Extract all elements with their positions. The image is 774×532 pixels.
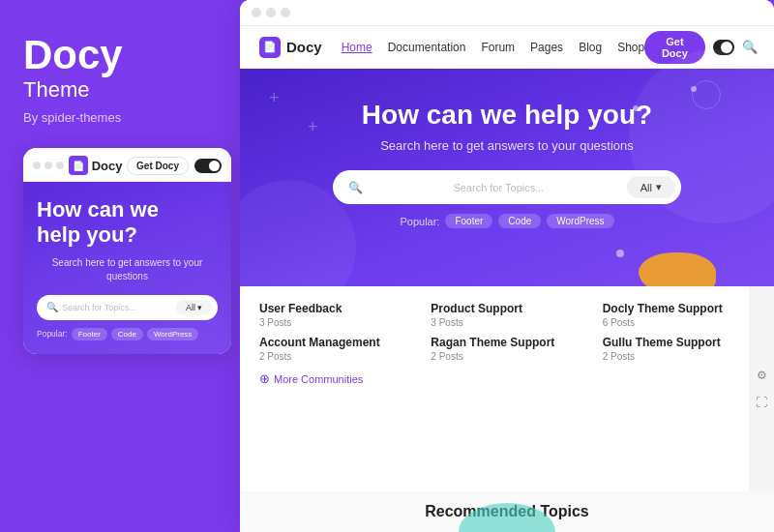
mobile-hero-subtitle: Search here to get answers to your quest…	[37, 256, 218, 283]
mobile-logo-text: Docy	[92, 159, 123, 173]
community-card-account-management[interactable]: Account Management 2 Posts	[259, 336, 411, 362]
community-card-title: Account Management	[259, 336, 411, 349]
browser-chrome	[240, 0, 774, 26]
mobile-nav-right: Get Docy	[127, 157, 222, 175]
sidebar-settings-icon[interactable]: ⚙	[749, 363, 774, 388]
community-card-posts: 2 Posts	[259, 351, 411, 362]
mobile-search-bar[interactable]: 🔍 Search for Topics... All ▾	[37, 295, 218, 320]
mobile-mockup: 📄 Docy Get Docy How can we help you? Sea…	[23, 148, 231, 354]
mobile-search-all-button[interactable]: All ▾	[176, 300, 212, 315]
mobile-hero: How can we help you? Search here to get …	[23, 182, 231, 354]
mobile-top-bar: 📄 Docy Get Docy	[23, 148, 231, 182]
mobile-get-docy-button[interactable]: Get Docy	[127, 157, 189, 175]
browser-content: 📄 Docy Home Documentation Forum Pages Bl…	[240, 26, 774, 532]
desktop-nav-search-icon[interactable]: 🔍	[742, 40, 758, 54]
brand-section: Docy Theme By spider-themes	[23, 35, 217, 125]
browser-dot-2	[266, 8, 276, 17]
community-card-title: Docly Theme Support	[603, 302, 755, 315]
mobile-nav-logo: 📄 Docy	[69, 156, 123, 175]
browser-dot-3	[281, 8, 290, 17]
mobile-logo-icon: 📄	[69, 156, 88, 175]
hero-plus-deco-2: +	[308, 117, 318, 137]
community-card-product-support[interactable]: Product Support 3 Posts	[431, 302, 582, 328]
brand-subtitle: Theme	[23, 77, 217, 103]
desktop-hero-search-placeholder: Search for Topics...	[371, 182, 627, 193]
community-section: User Feedback 3 Posts Product Support 3 …	[240, 286, 774, 491]
hero-dot-deco-3	[616, 250, 624, 257]
mobile-hero-title: How can we help you?	[37, 197, 218, 249]
mobile-tag-wordpress[interactable]: WordPress	[147, 328, 198, 340]
desktop-hero: + + How can we help you? Search here to …	[240, 69, 774, 286]
community-card-docly-theme[interactable]: Docly Theme Support 6 Posts	[603, 302, 755, 328]
desktop-tag-code[interactable]: Code	[498, 214, 541, 228]
desktop-nav-logo: 📄 Docy	[259, 37, 322, 58]
community-card-title: Ragan Theme Support	[431, 336, 582, 349]
brand-by: By spider-themes	[23, 110, 217, 125]
community-card-ragan-theme[interactable]: Ragan Theme Support 2 Posts	[431, 336, 582, 362]
browser-window-dots	[252, 8, 290, 17]
browser-dot-1	[252, 8, 261, 17]
desktop-logo-text: Docy	[286, 39, 322, 55]
community-card-user-feedback[interactable]: User Feedback 3 Posts	[259, 302, 411, 328]
community-card-posts: 2 Posts	[603, 351, 755, 362]
sidebar-expand-icon[interactable]: ⛶	[749, 390, 774, 415]
nav-link-pages[interactable]: Pages	[530, 41, 563, 54]
community-card-title: Gullu Theme Support	[603, 336, 755, 349]
community-card-title: User Feedback	[259, 302, 411, 315]
desktop-hero-search-bar[interactable]: 🔍 Search for Topics... All ▾	[333, 170, 681, 204]
mobile-dot-2	[45, 162, 52, 169]
mobile-dot-1	[33, 162, 41, 169]
community-card-title: Product Support	[431, 302, 582, 315]
mobile-tag-footer[interactable]: Footer	[72, 328, 107, 340]
community-card-posts: 2 Posts	[431, 351, 582, 362]
brand-title: Docy	[23, 35, 217, 75]
desktop-popular-label: Popular:	[400, 216, 439, 227]
desktop-tag-wordpress[interactable]: WordPress	[547, 214, 613, 228]
mobile-chevron-icon: ▾	[197, 303, 202, 312]
more-communities-text: More Communities	[274, 373, 363, 385]
recommended-section: Recommended Topics	[240, 491, 774, 532]
community-grid: User Feedback 3 Posts Product Support 3 …	[259, 302, 755, 362]
mobile-popular: Popular: Footer Code WordPress	[37, 328, 218, 340]
nav-link-documentation[interactable]: Documentation	[388, 41, 466, 54]
left-panel: Docy Theme By spider-themes 📄 Docy Get D…	[0, 0, 240, 532]
mobile-tag-code[interactable]: Code	[111, 328, 143, 340]
right-panel: 📄 Docy Home Documentation Forum Pages Bl…	[240, 0, 774, 532]
mobile-window-dots	[33, 162, 64, 169]
mobile-dot-3	[56, 162, 64, 169]
mobile-dark-mode-toggle[interactable]	[194, 159, 222, 173]
nav-link-blog[interactable]: Blog	[579, 41, 602, 54]
nav-link-home[interactable]: Home	[342, 41, 372, 54]
mobile-search-icon: 🔍	[46, 302, 58, 312]
desktop-hero-search-icon: 🔍	[348, 181, 363, 194]
community-card-gullu-theme[interactable]: Gullu Theme Support 2 Posts	[603, 336, 755, 362]
desktop-tag-footer[interactable]: Footer	[445, 214, 492, 228]
community-card-posts: 3 Posts	[431, 317, 582, 328]
mobile-toggle-knob	[209, 161, 220, 171]
nav-link-forum[interactable]: Forum	[481, 41, 515, 54]
right-sidebar-icons: ⚙ ⛶	[749, 286, 774, 491]
nav-link-shop[interactable]: Shop	[617, 41, 644, 54]
hero-plus-deco-1: +	[269, 88, 280, 108]
desktop-logo-icon: 📄	[259, 37, 281, 58]
mobile-search-placeholder: Search for Topics...	[62, 303, 176, 312]
desktop-nav-links: Home Documentation Forum Pages Blog Shop	[342, 41, 645, 54]
community-card-posts: 6 Posts	[603, 317, 755, 328]
more-communities-circle-icon: ⊕	[259, 371, 270, 386]
mobile-popular-label: Popular:	[37, 329, 68, 339]
more-communities-link[interactable]: ⊕ More Communities	[259, 371, 755, 386]
community-card-posts: 3 Posts	[259, 317, 411, 328]
